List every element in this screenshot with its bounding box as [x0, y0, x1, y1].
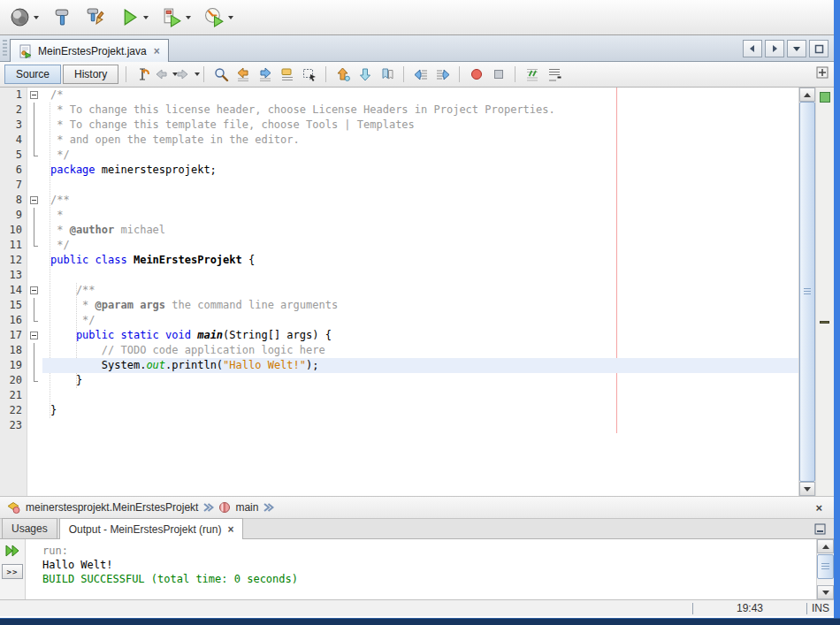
output-scrollbar-thumb[interactable] — [817, 554, 834, 579]
breadcrumb-item[interactable]: main — [218, 501, 258, 514]
code-line[interactable]: /** — [42, 193, 798, 208]
code-token-comment: * — [50, 224, 70, 236]
ant-options-button[interactable]: >> — [2, 564, 23, 579]
triangle-up-icon — [822, 545, 829, 549]
code-line[interactable]: * — [42, 208, 798, 223]
fold-toggle-icon[interactable] — [27, 283, 42, 298]
main-toolbar — [0, 0, 834, 35]
output-vertical-scrollbar[interactable] — [816, 539, 834, 599]
no-errors-badge[interactable] — [820, 92, 830, 103]
rerun-button[interactable] — [4, 543, 21, 558]
line-number: 14 — [0, 283, 27, 298]
code-line-current[interactable]: System.out.println("Hallo Welt!"); — [42, 358, 798, 373]
fold-margin-cell — [27, 403, 42, 418]
code-line[interactable] — [42, 388, 798, 403]
source-view-button[interactable]: Source — [4, 65, 61, 84]
fold-margin-cell — [27, 178, 42, 193]
code-line[interactable]: public class MeinErstesProjekt { — [42, 253, 798, 268]
comment-button[interactable] — [522, 65, 542, 85]
code-text-area[interactable]: /* * To change this license header, choo… — [42, 88, 798, 496]
fold-margin-cell — [27, 268, 42, 283]
globe-button[interactable] — [5, 4, 42, 31]
clean-and-build-button[interactable] — [81, 4, 110, 31]
code-token-type: MeinErstesProjekt — [134, 254, 242, 266]
scroll-up-button[interactable] — [799, 88, 815, 102]
tab-close-icon[interactable]: × — [154, 45, 160, 57]
start-macro-recording-button[interactable] — [466, 65, 486, 85]
profile-project-button[interactable] — [200, 4, 237, 31]
code-line[interactable] — [42, 268, 798, 283]
dropdown-arrow-icon[interactable] — [186, 16, 191, 19]
fold-guide — [27, 358, 42, 373]
editor-vertical-scrollbar[interactable] — [798, 88, 815, 496]
code-token-plain: (String[] args) { — [223, 329, 332, 341]
find-selection-button[interactable] — [210, 65, 231, 85]
build-project-button[interactable] — [48, 4, 76, 31]
tab-drag-grip[interactable] — [3, 40, 7, 57]
output-console[interactable]: run:Hallo Welt!BUILD SUCCESSFUL (total t… — [26, 539, 816, 599]
code-line[interactable]: /** — [42, 283, 798, 298]
shift-line-left-button[interactable] — [410, 65, 431, 85]
debug-project-button[interactable] — [157, 4, 195, 31]
code-token-comment: michael — [114, 224, 165, 236]
code-line[interactable]: * and open the template in the editor. — [42, 133, 798, 148]
forward-button[interactable] — [177, 65, 197, 85]
chevron-icon[interactable] — [263, 502, 274, 513]
output-tab-close-icon[interactable]: × — [227, 523, 233, 536]
code-line[interactable]: public static void main(String[] args) { — [42, 328, 798, 343]
next-bookmark-button[interactable] — [355, 65, 375, 85]
find-previous-button[interactable] — [233, 65, 253, 85]
jump-last-edit-button[interactable] — [133, 65, 153, 85]
toggle-rectangular-selection-button[interactable] — [299, 65, 319, 85]
breadcrumb-close-icon[interactable]: × — [815, 501, 828, 514]
minimize-window-group-button[interactable] — [813, 522, 827, 535]
tab-output-run[interactable]: Output - MeinErstesProjekt (run) × — [59, 518, 244, 539]
toggle-bookmark-button[interactable] — [377, 65, 397, 85]
code-line[interactable]: * To change this license header, choose … — [42, 103, 798, 118]
maximize-button[interactable] — [809, 40, 829, 57]
tab-list-button[interactable] — [787, 40, 806, 57]
code-line[interactable]: // TODO code application logic here — [42, 343, 798, 358]
code-line[interactable]: * @author michael — [42, 223, 798, 238]
output-scroll-down-button[interactable] — [817, 585, 834, 599]
shift-line-right-button[interactable] — [432, 65, 453, 85]
code-line[interactable]: } — [42, 403, 798, 418]
code-line[interactable] — [42, 418, 798, 433]
fold-toggle-icon[interactable] — [27, 328, 42, 343]
scroll-down-button[interactable] — [799, 482, 815, 496]
history-view-button[interactable]: History — [63, 65, 118, 84]
dropdown-arrow-icon[interactable] — [34, 16, 39, 19]
code-line[interactable]: */ — [42, 313, 798, 328]
code-line[interactable] — [42, 178, 798, 193]
find-next-button[interactable] — [255, 65, 275, 85]
dropdown-arrow-icon[interactable] — [195, 72, 200, 76]
fold-toggle-icon[interactable] — [27, 88, 42, 103]
code-line[interactable]: * @param args the command line arguments — [42, 298, 798, 313]
scroll-tabs-left-button[interactable] — [743, 40, 762, 57]
back-button[interactable] — [155, 65, 175, 85]
code-line[interactable]: /* — [42, 88, 798, 103]
code-line[interactable]: * To change this template file, choose T… — [42, 118, 798, 133]
scrollbar-thumb[interactable] — [799, 102, 815, 482]
tab-meinerstesprojekt-java[interactable]: MeinErstesProjekt.java × — [10, 39, 169, 62]
editor-toolbar-overflow-button[interactable] — [816, 66, 829, 79]
previous-bookmark-button[interactable] — [332, 65, 353, 85]
code-line[interactable]: package meinerstesprojekt; — [42, 163, 798, 178]
uncomment-button[interactable] — [544, 65, 564, 85]
toggle-highlight-search-button[interactable] — [277, 65, 297, 85]
code-line[interactable]: */ — [42, 238, 798, 253]
output-scroll-up-button[interactable] — [817, 539, 834, 553]
run-project-button[interactable] — [115, 4, 152, 31]
dropdown-arrow-icon[interactable] — [228, 16, 233, 19]
stop-macro-recording-button[interactable] — [488, 65, 508, 85]
chevron-icon[interactable] — [202, 502, 214, 513]
code-line[interactable]: */ — [42, 148, 798, 163]
tab-usages[interactable]: Usages — [2, 518, 57, 538]
scroll-tabs-right-button[interactable] — [765, 40, 784, 57]
code-line[interactable]: } — [42, 373, 798, 388]
error-stripe[interactable] — [815, 88, 834, 496]
line-number: 6 — [0, 163, 27, 178]
fold-toggle-icon[interactable] — [27, 193, 42, 208]
dropdown-arrow-icon[interactable] — [143, 16, 149, 19]
breadcrumb-item[interactable]: meinerstesprojekt.MeinErstesProjekt — [6, 500, 198, 514]
